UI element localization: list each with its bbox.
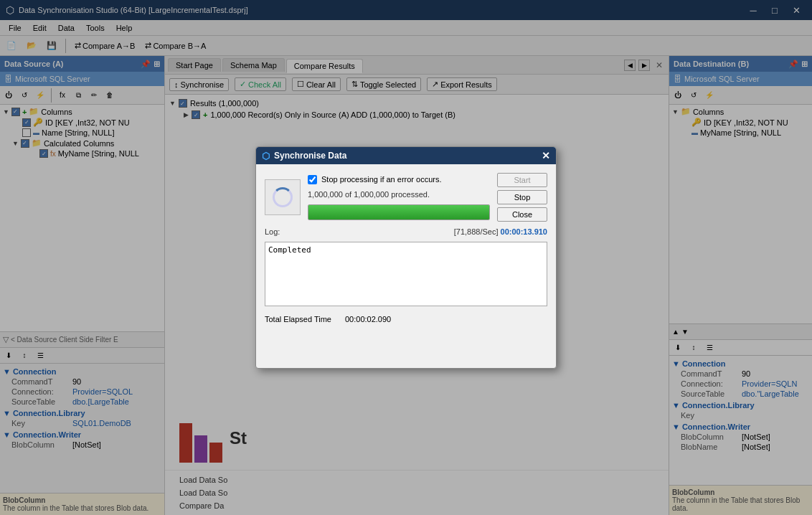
modal-overlay: ⬡ Synchronise Data ✕ Stop processing if … (0, 0, 812, 515)
elapsed-label: Total Elapsed Time (265, 315, 331, 323)
modal-title: Synchronise Data (274, 151, 346, 161)
modal-log-header: Log: [71,888/Sec] 00:00:13.910 (265, 227, 547, 236)
modal-title-icon: ⬡ (262, 151, 270, 161)
log-label: Log: (265, 227, 280, 236)
sync-modal: ⬡ Synchronise Data ✕ Stop processing if … (255, 146, 557, 369)
modal-body: Stop processing if an error occurs. 1,00… (256, 164, 556, 368)
progress-bar-fill (308, 205, 489, 219)
modal-log-area: Completed (265, 242, 547, 306)
log-time: 00:00:13.910 (501, 227, 547, 236)
log-content: Completed (268, 245, 311, 255)
close-dialog-button[interactable]: Close (497, 207, 547, 222)
modal-titlebar: ⬡ Synchronise Data ✕ (256, 147, 556, 164)
progress-bar-container (308, 204, 490, 220)
spinner (273, 187, 293, 207)
modal-top-area: Stop processing if an error occurs. 1,00… (265, 173, 547, 222)
modal-spinner-box (265, 179, 301, 215)
modal-center: Stop processing if an error occurs. 1,00… (308, 175, 490, 220)
modal-checkbox-area: Stop processing if an error occurs. (308, 175, 490, 184)
elapsed-value: 00:00:02.090 (345, 315, 391, 323)
modal-close-button[interactable]: ✕ (542, 150, 550, 161)
modal-buttons: Start Stop Close (497, 173, 547, 222)
stop-button[interactable]: Stop (497, 190, 547, 204)
stop-on-error-label: Stop processing if an error occurs. (321, 175, 442, 184)
log-stats: [71,888/Sec] 00:00:13.910 (454, 227, 547, 236)
modal-progress-text: 1,000,000 of 1,000,000 processed. (308, 190, 490, 199)
start-button[interactable]: Start (497, 173, 547, 187)
stop-on-error-checkbox[interactable] (308, 175, 317, 184)
modal-elapsed: Total Elapsed Time 00:00:02.090 (265, 312, 547, 323)
log-speed: [71,888/Sec] (454, 227, 499, 236)
